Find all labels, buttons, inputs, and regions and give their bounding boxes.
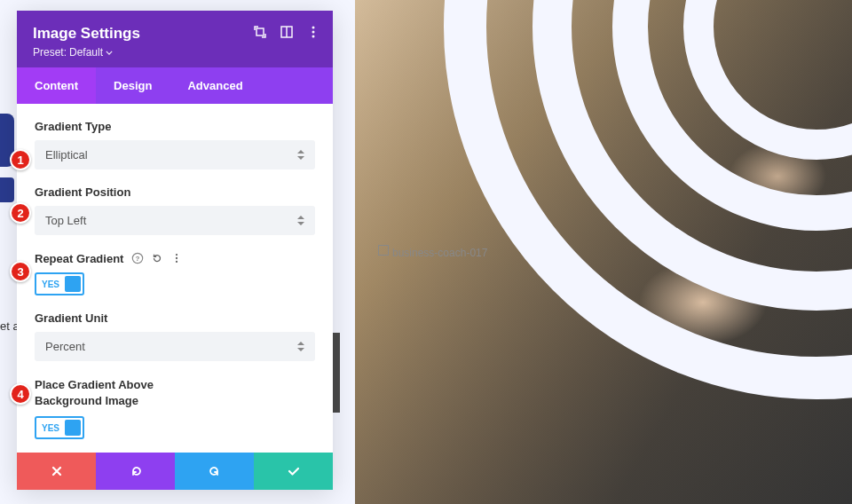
field-gradient-position: Gradient Position Top Left xyxy=(35,185,315,235)
tab-advanced[interactable]: Advanced xyxy=(170,67,260,104)
field-label: Gradient Type xyxy=(35,120,315,133)
reset-icon[interactable] xyxy=(150,251,164,265)
field-place-above: Place Gradient Above Background Image YE… xyxy=(35,377,315,439)
cancel-button[interactable] xyxy=(17,453,96,490)
tab-design[interactable]: Design xyxy=(96,67,170,104)
expand-icon[interactable] xyxy=(253,25,267,39)
chevron-down-icon xyxy=(106,51,113,55)
module-outline[interactable] xyxy=(378,245,389,256)
close-icon xyxy=(50,464,64,478)
panel-footer xyxy=(17,453,333,490)
undo-icon xyxy=(129,464,143,478)
field-gradient-unit: Gradient Unit Percent xyxy=(35,311,315,361)
repeat-gradient-toggle[interactable]: YES xyxy=(35,272,84,295)
svg-point-8 xyxy=(176,254,178,256)
field-repeat-gradient: Repeat Gradient ? YES xyxy=(35,251,315,295)
svg-point-5 xyxy=(312,35,315,38)
save-button[interactable] xyxy=(254,453,333,490)
panel-body: Gradient Type Elliptical Gradient Positi… xyxy=(17,104,333,453)
tabs: Content Design Advanced xyxy=(17,67,333,104)
columns-icon[interactable] xyxy=(280,25,294,39)
page-divider xyxy=(333,333,340,413)
place-above-toggle[interactable]: YES xyxy=(35,416,84,439)
annotation-marker-3: 3 xyxy=(10,261,31,282)
gradient-type-select[interactable]: Elliptical xyxy=(35,140,315,169)
kebab-menu-icon[interactable] xyxy=(170,251,184,265)
svg-text:?: ? xyxy=(136,255,140,263)
help-icon[interactable]: ? xyxy=(130,251,145,265)
tab-content[interactable]: Content xyxy=(17,67,96,104)
annotation-marker-1: 1 xyxy=(10,149,31,170)
svg-point-9 xyxy=(176,257,178,259)
field-gradient-type: Gradient Type Elliptical xyxy=(35,120,315,169)
svg-point-4 xyxy=(312,31,315,34)
field-label: Place Gradient Above Background Image xyxy=(35,377,177,409)
annotation-marker-2: 2 xyxy=(10,202,31,224)
check-icon xyxy=(287,464,301,478)
redo-icon xyxy=(208,464,222,478)
preset-dropdown[interactable]: Preset: Default xyxy=(33,46,317,59)
gradient-unit-select[interactable]: Percent xyxy=(35,332,315,361)
module-name-label: business-coach-017 xyxy=(392,247,487,259)
undo-button[interactable] xyxy=(96,453,175,490)
kebab-menu-icon[interactable] xyxy=(306,25,320,39)
field-label: Repeat Gradient ? xyxy=(35,251,315,265)
redo-button[interactable] xyxy=(175,453,254,490)
svg-rect-0 xyxy=(256,28,264,35)
annotation-marker-4: 4 xyxy=(10,383,31,405)
page-decoration xyxy=(0,177,14,202)
settings-panel: Image Settings Preset: Default Content D… xyxy=(17,11,333,490)
gradient-position-select[interactable]: Top Left xyxy=(35,206,315,235)
field-label: Gradient Unit xyxy=(35,311,315,325)
field-label: Gradient Position xyxy=(35,185,315,199)
panel-header: Image Settings Preset: Default xyxy=(17,11,333,67)
svg-point-3 xyxy=(312,27,315,29)
svg-point-10 xyxy=(176,261,178,263)
